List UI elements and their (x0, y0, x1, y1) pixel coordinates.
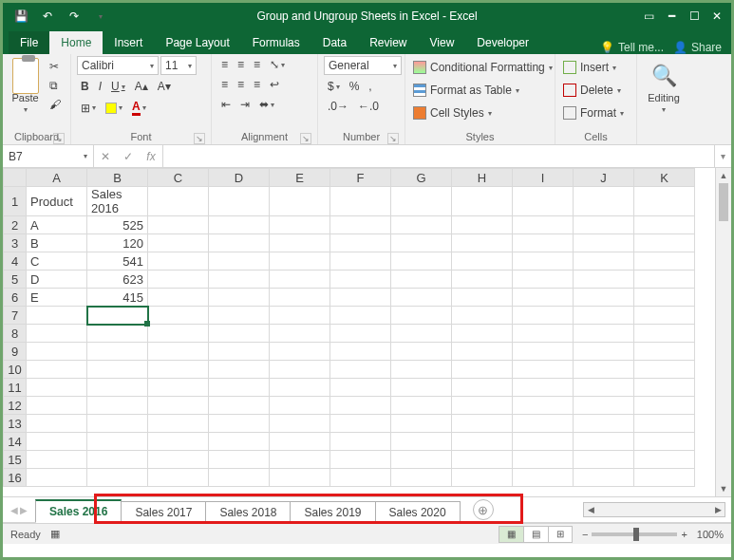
cell[interactable] (634, 451, 695, 469)
cell[interactable] (330, 307, 391, 325)
cell[interactable] (513, 343, 574, 361)
tab-review[interactable]: Review (358, 31, 418, 54)
cell[interactable] (87, 325, 148, 343)
cell[interactable] (391, 469, 452, 487)
formula-input[interactable] (163, 145, 714, 167)
font-name-select[interactable]: Calibri▾ (77, 56, 159, 75)
cell[interactable] (270, 433, 330, 451)
cell[interactable] (391, 252, 452, 271)
cell[interactable] (513, 469, 574, 487)
cell[interactable] (574, 289, 634, 307)
cell[interactable] (330, 361, 391, 379)
wrap-text-button[interactable]: ↩ (266, 76, 283, 93)
decrease-font-button[interactable]: A▾ (154, 78, 175, 95)
cell[interactable]: 120 (87, 234, 148, 252)
format-painter-button[interactable]: 🖌 (46, 96, 65, 113)
cell[interactable] (574, 234, 634, 252)
cell[interactable] (634, 289, 695, 307)
format-cells-button[interactable]: Format▾ (561, 103, 626, 122)
decrease-indent-button[interactable]: ⇤ (217, 96, 235, 113)
cell[interactable] (270, 469, 330, 487)
cell[interactable] (634, 271, 695, 289)
cell[interactable] (634, 415, 695, 433)
cell[interactable] (148, 379, 209, 397)
cell[interactable] (209, 451, 270, 469)
cell[interactable] (634, 397, 695, 415)
percent-format-button[interactable]: % (346, 78, 364, 95)
cell[interactable] (452, 379, 513, 397)
horizontal-scrollbar[interactable]: ◀ ▶ (583, 502, 725, 517)
cell[interactable] (27, 361, 87, 379)
scroll-down-icon[interactable]: ▼ (716, 481, 731, 496)
cell[interactable] (513, 361, 574, 379)
cell[interactable] (513, 415, 574, 433)
cell[interactable] (330, 271, 391, 289)
cell[interactable] (574, 415, 634, 433)
sheet-next-icon[interactable]: ▶ (20, 505, 28, 515)
expand-formula-bar-icon[interactable]: ▾ (714, 145, 731, 167)
cell[interactable] (148, 252, 209, 271)
cell[interactable] (270, 289, 330, 307)
tab-formulas[interactable]: Formulas (241, 31, 311, 54)
format-as-table-button[interactable]: Format as Table▾ (411, 81, 521, 100)
cell[interactable] (27, 415, 87, 433)
decrease-decimal-button[interactable]: ←.0 (354, 98, 383, 115)
align-right-button[interactable]: ≡ (250, 76, 264, 93)
cell[interactable]: 541 (87, 252, 148, 271)
row-header[interactable]: 9 (4, 343, 27, 361)
row-header[interactable]: 4 (4, 252, 27, 271)
row-header[interactable]: 5 (4, 271, 27, 289)
cell[interactable] (27, 307, 87, 325)
cell[interactable] (148, 451, 209, 469)
cell[interactable] (330, 469, 391, 487)
cell[interactable] (27, 451, 87, 469)
cell[interactable] (391, 451, 452, 469)
cell[interactable] (148, 234, 209, 252)
copy-button[interactable]: ⧉ (46, 77, 65, 94)
cell[interactable] (209, 325, 270, 343)
cell[interactable] (87, 379, 148, 397)
cell[interactable] (574, 469, 634, 487)
cell[interactable] (634, 325, 695, 343)
tab-file[interactable]: File (9, 31, 49, 54)
name-box[interactable]: B7▾ (3, 145, 94, 167)
macro-record-icon[interactable]: ▦ (50, 528, 60, 540)
cell[interactable]: Sales 2016 (87, 187, 148, 216)
sheet-tab[interactable]: Sales 2019 (290, 501, 375, 523)
cell[interactable] (27, 397, 87, 415)
page-break-view-button[interactable]: ⊞ (548, 526, 573, 543)
sheet-prev-icon[interactable]: ◀ (10, 505, 18, 515)
cell[interactable] (209, 433, 270, 451)
cell[interactable] (391, 379, 452, 397)
tab-data[interactable]: Data (311, 31, 358, 54)
cell[interactable] (574, 379, 634, 397)
cell[interactable] (270, 451, 330, 469)
alignment-launcher-icon[interactable]: ↘ (300, 133, 311, 144)
row-header[interactable]: 8 (4, 325, 27, 343)
cell[interactable] (330, 397, 391, 415)
maximize-icon[interactable]: ☐ (684, 6, 705, 27)
cell[interactable] (452, 415, 513, 433)
conditional-formatting-button[interactable]: Conditional Formatting▾ (411, 58, 555, 77)
cell[interactable] (148, 271, 209, 289)
cell[interactable] (452, 307, 513, 325)
cell[interactable] (330, 289, 391, 307)
cell[interactable] (148, 307, 209, 325)
cell[interactable] (209, 397, 270, 415)
merge-center-button[interactable]: ⬌▾ (255, 96, 278, 113)
row-header[interactable]: 16 (4, 469, 27, 487)
cell[interactable] (330, 379, 391, 397)
cell[interactable] (634, 307, 695, 325)
cell[interactable]: E (27, 289, 87, 307)
tab-page-layout[interactable]: Page Layout (154, 31, 240, 54)
zoom-slider[interactable] (592, 532, 677, 536)
enter-formula-icon[interactable]: ✓ (117, 150, 140, 163)
cell[interactable] (634, 469, 695, 487)
cell[interactable] (513, 397, 574, 415)
undo-icon[interactable]: ↶ (37, 6, 58, 27)
minimize-icon[interactable]: ━ (661, 6, 682, 27)
cell[interactable] (148, 397, 209, 415)
row-header[interactable]: 10 (4, 361, 27, 379)
column-header[interactable]: A (27, 169, 87, 187)
cell[interactable] (87, 307, 148, 325)
